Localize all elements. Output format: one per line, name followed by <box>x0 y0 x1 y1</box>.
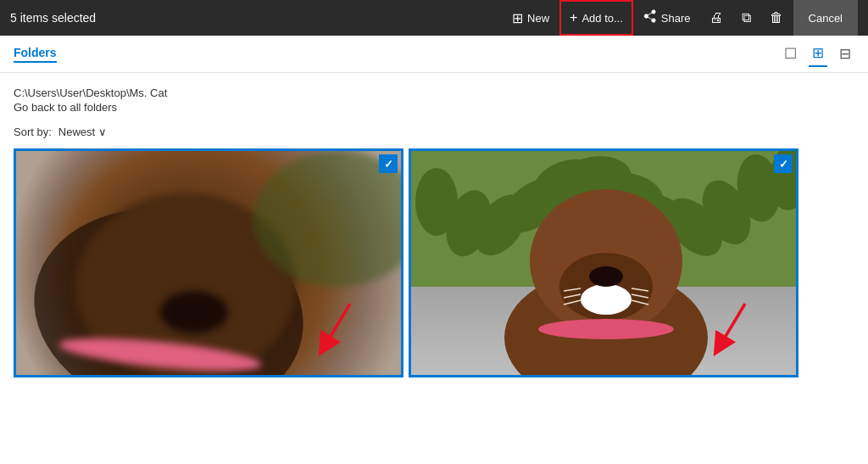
share-button[interactable]: Share <box>635 0 699 36</box>
sort-value: Newest <box>58 126 95 138</box>
print-button[interactable]: 🖨 <box>701 0 732 36</box>
copy-button[interactable]: ⧉ <box>733 0 760 36</box>
copy-icon: ⧉ <box>742 10 751 25</box>
add-to-button[interactable]: + Add to... <box>559 0 633 36</box>
share-label: Share <box>661 12 691 25</box>
new-label: New <box>527 12 549 25</box>
photo-grid <box>0 145 868 381</box>
path-bar: C:\Users\User\Desktop\Ms. Cat Go back to… <box>0 73 868 117</box>
nav-tabs: Folders <box>14 46 781 63</box>
path-text: C:\Users\User\Desktop\Ms. Cat <box>14 87 854 99</box>
trash-icon: 🗑 <box>770 10 783 25</box>
new-button[interactable]: ⊞ New <box>504 0 558 36</box>
selection-count: 5 items selected <box>10 11 500 25</box>
share-icon <box>643 9 657 26</box>
sort-select[interactable]: Newest ∨ <box>58 126 107 138</box>
print-icon: 🖨 <box>709 10 723 25</box>
delete-button[interactable]: 🗑 <box>761 0 792 36</box>
photo-item-2[interactable] <box>409 148 798 377</box>
photo-checkbox-1[interactable] <box>379 154 398 173</box>
back-link[interactable]: Go back to all folders <box>14 101 854 114</box>
view-grid-icon[interactable]: ⊞ <box>809 41 827 67</box>
sort-bar: Sort by: Newest ∨ <box>0 117 868 145</box>
top-bar-actions: ⊞ New + Add to... Share 🖨 ⧉ 🗑 Cancel <box>504 0 858 36</box>
view-single-icon[interactable]: ☐ <box>781 42 800 66</box>
sort-label: Sort by: <box>14 126 52 138</box>
add-icon: + <box>570 10 577 25</box>
cancel-button[interactable]: Cancel <box>793 0 858 36</box>
new-icon: ⊞ <box>512 10 523 26</box>
nav-bar: Folders ☐ ⊞ ⊟ <box>0 36 868 73</box>
add-to-label: Add to... <box>581 12 622 25</box>
tab-folders[interactable]: Folders <box>14 46 57 63</box>
photo-item-1[interactable] <box>14 148 403 377</box>
view-controls: ☐ ⊞ ⊟ <box>781 41 854 67</box>
view-small-icon[interactable]: ⊟ <box>836 42 854 66</box>
sort-chevron-icon: ∨ <box>98 126 107 138</box>
top-bar: 5 items selected ⊞ New + Add to... Share… <box>0 0 868 36</box>
photo-checkbox-2[interactable] <box>774 154 793 173</box>
